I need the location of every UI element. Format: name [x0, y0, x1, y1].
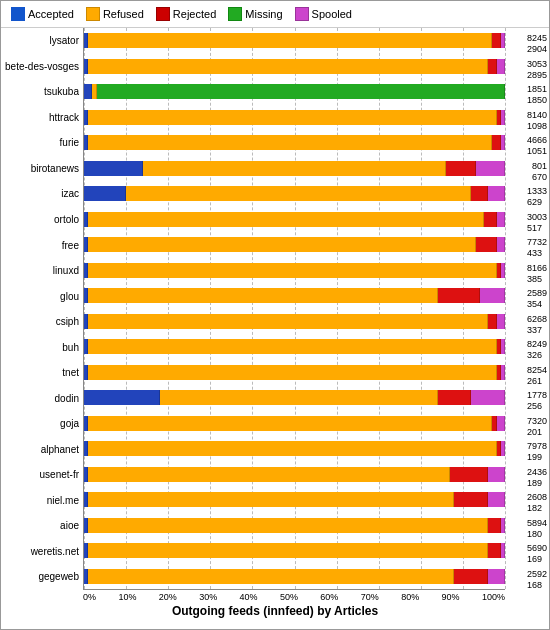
bar-segment-ortolo-rejected [484, 212, 497, 227]
legend-label-rejected: Rejected [173, 8, 216, 20]
bar-row-gegeweb: 2592168 [84, 569, 505, 584]
bar-segment-dodin-rejected [438, 390, 472, 405]
x-axis-label-0%: 0% [83, 592, 96, 602]
bar-segment-aioe-rejected [488, 518, 501, 533]
x-title: Outgoing feeds (innfeed) by Articles [1, 604, 549, 618]
bar-val2: 201 [527, 427, 547, 438]
legend-label-refused: Refused [103, 8, 144, 20]
bar-row-weretis.net: 5690169 [84, 543, 505, 558]
bar-val1: 3053 [527, 59, 547, 70]
bar-val2: 261 [527, 376, 547, 387]
bar-val2: 199 [527, 452, 547, 463]
bar-val2: 182 [527, 503, 547, 514]
legend-item-spooled: Spooled [295, 7, 352, 21]
bar-val2: 2895 [527, 70, 547, 81]
legend-item-missing: Missing [228, 7, 282, 21]
bar-row-birotanews: 801670 [84, 161, 505, 176]
y-label-tsukuba: tsukuba [1, 86, 79, 97]
bar-segment-buh-refused [88, 339, 496, 354]
y-label-weretis.net: weretis.net [1, 546, 79, 557]
bar-segment-dodin-spooled [471, 390, 505, 405]
bar-segment-goja-spooled [497, 416, 505, 431]
legend-color-refused [86, 7, 100, 21]
bar-row-lysator: 82452904 [84, 33, 505, 48]
bar-segment-gegeweb-spooled [488, 569, 505, 584]
bar-val2: 337 [527, 325, 547, 336]
bar-row-free: 7732433 [84, 237, 505, 252]
bar-row-dodin: 1778256 [84, 390, 505, 405]
bar-segment-bete-des-vosges-spooled [497, 59, 505, 74]
bar-row-tnet: 8254261 [84, 365, 505, 380]
y-label-niel.me: niel.me [1, 495, 79, 506]
bar-row-ortolo: 3003517 [84, 212, 505, 227]
bar-val2: 629 [527, 197, 547, 208]
bar-val1: 8254 [527, 365, 547, 376]
bar-val2: 1051 [527, 146, 547, 157]
bar-segment-csiph-rejected [488, 314, 496, 329]
x-axis-label-20%: 20% [159, 592, 177, 602]
bar-segment-free-rejected [476, 237, 497, 252]
bar-segment-bete-des-vosges-rejected [488, 59, 496, 74]
bar-val2: 670 [532, 172, 547, 183]
bar-segment-gegeweb-refused [88, 569, 454, 584]
legend-color-spooled [295, 7, 309, 21]
bar-row-linuxd: 8166385 [84, 263, 505, 278]
bar-segment-niel.me-refused [88, 492, 454, 507]
bar-val2: 1850 [527, 95, 547, 106]
y-label-goja: goja [1, 418, 79, 429]
bar-segment-aioe-refused [88, 518, 488, 533]
bar-val2: 180 [527, 529, 547, 540]
bar-val1: 7978 [527, 441, 547, 452]
y-label-glou: glou [1, 291, 79, 302]
bar-segment-lysator-rejected [492, 33, 500, 48]
bar-segment-weretis.net-refused [88, 543, 488, 558]
bar-val2: 354 [527, 299, 547, 310]
bar-val1: 1778 [527, 390, 547, 401]
bar-segment-izac-refused [126, 186, 471, 201]
bar-segment-csiph-refused [88, 314, 488, 329]
y-label-csiph: csiph [1, 316, 79, 327]
bar-segment-alphanet-spooled [501, 441, 505, 456]
y-label-ortolo: ortolo [1, 214, 79, 225]
bar-row-tsukuba: 18511850 [84, 84, 505, 99]
bar-segment-glou-refused [88, 288, 437, 303]
bar-segment-birotanews-spooled [476, 161, 505, 176]
bar-segment-buh-spooled [501, 339, 505, 354]
y-label-bete-des-vosges: bete-des-vosges [1, 61, 79, 72]
x-axis-label-30%: 30% [199, 592, 217, 602]
bar-segment-gegeweb-rejected [454, 569, 488, 584]
x-axis-label-70%: 70% [361, 592, 379, 602]
legend-item-refused: Refused [86, 7, 144, 21]
y-label-tnet: tnet [1, 367, 79, 378]
bar-segment-httrack-refused [88, 110, 496, 125]
x-axis-label-40%: 40% [240, 592, 258, 602]
chart-container: AcceptedRefusedRejectedMissingSpooled ly… [0, 0, 550, 630]
bar-segment-csiph-spooled [497, 314, 505, 329]
bar-val2: 189 [527, 478, 547, 489]
x-axis-label-10%: 10% [118, 592, 136, 602]
bar-val1: 2436 [527, 467, 547, 478]
bar-segment-free-spooled [497, 237, 505, 252]
bar-segment-birotanews-accepted [84, 161, 143, 176]
bar-val2: 326 [527, 350, 547, 361]
bar-segment-httrack-spooled [501, 110, 505, 125]
y-label-izac: izac [1, 188, 79, 199]
bar-segment-ortolo-spooled [497, 212, 505, 227]
bar-row-glou: 2589354 [84, 288, 505, 303]
bar-row-goja: 7320201 [84, 416, 505, 431]
bar-val2: 2904 [527, 44, 547, 55]
bar-segment-glou-rejected [438, 288, 480, 303]
bar-row-usenet-fr: 2436189 [84, 467, 505, 482]
bar-val1: 8245 [527, 33, 547, 44]
bar-row-furie: 46661051 [84, 135, 505, 150]
bar-row-buh: 8249326 [84, 339, 505, 354]
bar-segment-tnet-spooled [501, 365, 505, 380]
bar-segment-bete-des-vosges-refused [88, 59, 488, 74]
bar-val2: 169 [527, 554, 547, 565]
bar-segment-niel.me-rejected [454, 492, 488, 507]
bar-segment-weretis.net-rejected [488, 543, 501, 558]
legend: AcceptedRefusedRejectedMissingSpooled [1, 1, 549, 28]
bar-val1: 5894 [527, 518, 547, 529]
bar-segment-tnet-refused [88, 365, 496, 380]
bar-segment-furie-refused [88, 135, 492, 150]
